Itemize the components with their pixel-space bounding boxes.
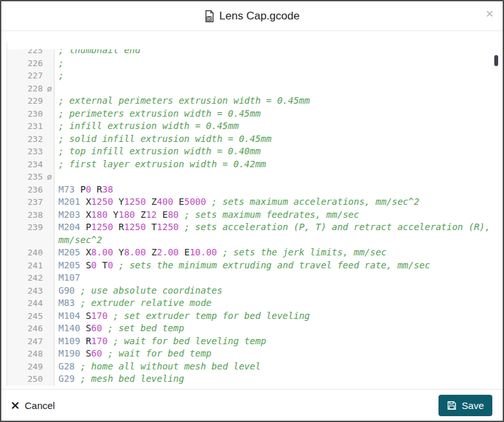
line-number: 245 [7, 310, 54, 323]
code-line: 244M83 ; extruder relative mode [7, 297, 501, 310]
close-icon[interactable]: × [486, 6, 494, 20]
code-line: 238M203 X180 Y180 Z12 E80 ; sets maximum… [7, 209, 501, 222]
line-number: 231 [7, 120, 54, 133]
code-line: 226; [7, 57, 501, 70]
code-text[interactable]: M201 X1250 Y1250 Z400 E5000 ; sets maxim… [54, 196, 497, 209]
code-line: 241M205 S0 T0 ; sets the minimum extrudi… [7, 259, 501, 272]
code-text[interactable]: M205 X8.00 Y8.00 Z2.00 E10.00 ; sets the… [54, 246, 497, 259]
code-text[interactable]: G90 ; use absolute coordinates [54, 285, 497, 298]
code-line: 235ø [7, 170, 501, 183]
code-text[interactable]: ; [54, 69, 497, 82]
code-line: 232; solid infill extrusion width = 0.45… [7, 133, 501, 146]
code-text[interactable]: M205 S0 T0 ; sets the minimum extruding … [54, 259, 497, 272]
code-line: 230; perimeters extrusion width = 0.45mm [7, 108, 501, 121]
code-text[interactable]: ; perimeters extrusion width = 0.45mm [54, 108, 497, 121]
line-number: 242 [7, 272, 54, 285]
save-label: Save [462, 400, 484, 411]
line-number: 244 [7, 297, 54, 310]
code-line: 234; first layer extrusion width = 0.42m… [7, 158, 501, 171]
code-line: 243G90 ; use absolute coordinates [7, 285, 501, 298]
cancel-x-icon [12, 402, 19, 409]
line-number: 228ø [7, 82, 54, 95]
code-text[interactable]: M203 X180 Y180 Z12 E80 ; sets maximum fe… [54, 209, 497, 222]
code-line: 239M204 P1250 R1250 T1250 ; sets acceler… [7, 221, 501, 246]
line-number: 249 [7, 360, 54, 373]
code-line: 250G29 ; mesh bed leveling [7, 373, 501, 386]
save-button[interactable]: Save [438, 395, 492, 416]
line-number: 232 [7, 133, 54, 146]
line-number: 227 [7, 69, 54, 82]
line-number: 236 [7, 183, 54, 196]
code-text[interactable]: G28 ; home all without mesh bed level [54, 360, 497, 373]
code-text[interactable]: G29 ; mesh bed leveling [54, 373, 497, 386]
code-text[interactable]: ; top infill extrusion width = 0.40mm [54, 145, 497, 158]
code-line: 231; infill extrusion width = 0.45mm [7, 120, 501, 133]
code-line: 237M201 X1250 Y1250 Z400 E5000 ; sets ma… [7, 196, 501, 209]
code-line: 236M73 P0 R38 [7, 183, 501, 196]
modal-header: G Lens Cap.gcode × [1, 1, 503, 31]
line-number: 237 [7, 196, 54, 209]
code-line: 228ø [7, 82, 501, 95]
cancel-label: Cancel [25, 400, 55, 411]
code-text[interactable]: ; external perimeters extrusion width = … [54, 95, 497, 108]
cancel-button[interactable]: Cancel [12, 400, 55, 411]
modal-footer: Cancel Save [1, 389, 503, 421]
line-number: 240 [7, 246, 54, 259]
code-text[interactable]: M104 S170 ; set extruder temp for bed le… [54, 310, 497, 323]
code-text[interactable]: M140 S60 ; set bed temp [54, 322, 497, 335]
empty-line-marker: ø [47, 170, 52, 183]
modal-title: G Lens Cap.gcode [204, 10, 300, 23]
line-number: 238 [7, 209, 54, 222]
line-number: 233 [7, 145, 54, 158]
code-line: 242M107 [7, 272, 501, 285]
line-number: 235ø [7, 170, 54, 183]
line-number: 229 [7, 95, 54, 108]
code-line: 245M104 S170 ; set extruder temp for bed… [7, 310, 501, 323]
code-text[interactable] [54, 82, 497, 95]
code-line: 233; top infill extrusion width = 0.40mm [7, 145, 501, 158]
code-text[interactable] [54, 170, 497, 183]
line-number: 250 [7, 373, 54, 386]
gcode-editor: 225; thumbnail end226;227;228ø229; exter… [1, 31, 503, 388]
line-number: 248 [7, 347, 54, 360]
editor-top-clip [7, 31, 503, 49]
code-text[interactable]: M83 ; extruder relative mode [54, 297, 497, 310]
code-line: 246M140 S60 ; set bed temp [7, 322, 501, 335]
code-text[interactable]: M190 S60 ; wait for bed temp [54, 347, 497, 360]
line-number: 230 [7, 108, 54, 121]
scrollbar-thumb[interactable] [494, 55, 498, 66]
code-text[interactable]: ; infill extrusion width = 0.45mm [54, 120, 497, 133]
code-text[interactable]: ; first layer extrusion width = 0.42mm [54, 158, 497, 171]
code-text[interactable]: ; [54, 57, 497, 70]
empty-line-marker: ø [47, 82, 52, 95]
code-line: 240M205 X8.00 Y8.00 Z2.00 E10.00 ; sets … [7, 246, 501, 259]
line-number: 234 [7, 158, 54, 171]
code-text[interactable]: M107 [54, 272, 497, 285]
code-text[interactable]: ; solid infill extrusion width = 0.45mm [54, 133, 497, 146]
code-text[interactable]: M109 R170 ; wait for bed leveling temp [54, 335, 497, 348]
save-disk-icon [447, 401, 457, 410]
file-name-title: Lens Cap.gcode [219, 10, 300, 23]
line-number: 246 [7, 322, 54, 335]
line-number: 243 [7, 285, 54, 298]
code-line: 229; external perimeters extrusion width… [7, 95, 501, 108]
code-line: 247M109 R170 ; wait for bed leveling tem… [7, 335, 501, 348]
code-text[interactable]: M73 P0 R38 [54, 183, 497, 196]
gcode-editor-modal: G Lens Cap.gcode × 225; thumbnail end226… [0, 0, 504, 422]
line-number: 241 [7, 259, 54, 272]
code-text[interactable]: M204 P1250 R1250 T1250 ; sets accelerati… [54, 221, 497, 246]
code-line: 249G28 ; home all without mesh bed level [7, 360, 501, 373]
gcode-file-icon: G [204, 10, 215, 23]
code-lines-container: 225; thumbnail end226;227;228ø229; exter… [7, 44, 501, 386]
line-number: 226 [7, 57, 54, 70]
line-number: 247 [7, 335, 54, 348]
code-line: 248M190 S60 ; wait for bed temp [7, 347, 501, 360]
line-number: 239 [7, 221, 54, 246]
code-line: 227; [7, 69, 501, 82]
svg-text:G: G [208, 16, 211, 21]
